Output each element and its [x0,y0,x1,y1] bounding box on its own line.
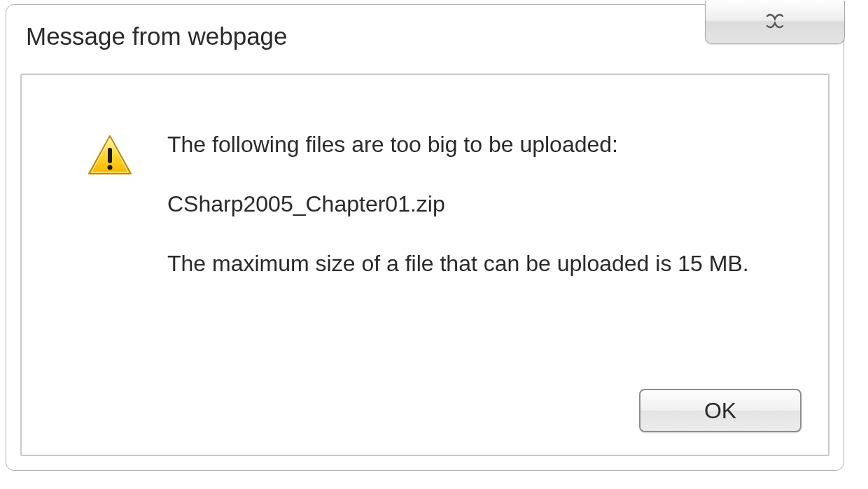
message-line-2: The maximum size of a file that can be u… [167,249,779,279]
message-file-name: CSharp2005_Chapter01.zip [167,189,779,219]
svg-rect-0 [108,148,112,163]
button-row: OK [639,389,802,432]
close-button[interactable] [705,1,845,44]
titlebar: Message from webpage [6,5,844,68]
svg-point-1 [108,165,113,170]
message-line-1: The following files are too big to be up… [167,130,779,160]
message-area: The following files are too big to be up… [22,75,828,309]
dialog-content: The following files are too big to be up… [20,74,830,456]
close-icon [764,13,786,32]
dialog-title: Message from webpage [26,22,288,50]
message-dialog: Message from webpage [6,4,844,471]
icon-column [86,130,134,180]
message-text: The following files are too big to be up… [134,130,779,309]
warning-icon [86,167,134,179]
ok-button[interactable]: OK [639,389,802,432]
